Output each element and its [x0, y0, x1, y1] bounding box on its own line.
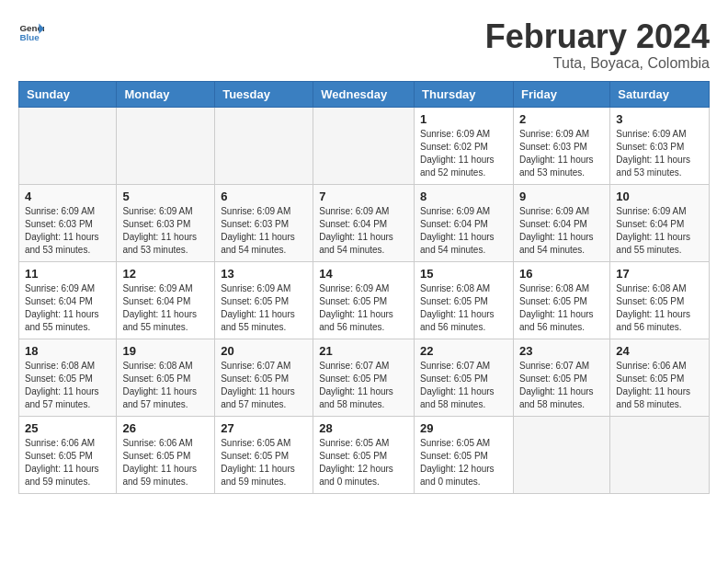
calendar-day-cell — [117, 107, 215, 184]
day-number: 22 — [420, 344, 507, 358]
day-number: 29 — [420, 421, 507, 435]
calendar-week-row: 1Sunrise: 6:09 AM Sunset: 6:02 PM Daylig… — [19, 107, 710, 184]
day-info: Sunrise: 6:09 AM Sunset: 6:03 PM Dayligh… — [25, 205, 110, 257]
logo-icon: General Blue — [18, 18, 44, 44]
day-info: Sunrise: 6:08 AM Sunset: 6:05 PM Dayligh… — [519, 282, 604, 334]
day-number: 27 — [221, 421, 307, 435]
calendar-day-cell: 18Sunrise: 6:08 AM Sunset: 6:05 PM Dayli… — [19, 339, 117, 416]
weekday-header: Friday — [513, 81, 609, 107]
calendar-day-cell — [513, 416, 609, 493]
day-number: 18 — [25, 344, 110, 358]
calendar-day-cell: 28Sunrise: 6:05 AM Sunset: 6:05 PM Dayli… — [313, 416, 415, 493]
day-info: Sunrise: 6:05 AM Sunset: 6:05 PM Dayligh… — [319, 437, 408, 488]
day-number: 4 — [25, 190, 110, 203]
calendar-day-cell: 12Sunrise: 6:09 AM Sunset: 6:04 PM Dayli… — [117, 261, 215, 339]
calendar-day-cell: 5Sunrise: 6:09 AM Sunset: 6:03 PM Daylig… — [117, 184, 215, 261]
day-number: 25 — [25, 421, 110, 435]
calendar-day-cell: 22Sunrise: 6:07 AM Sunset: 6:05 PM Dayli… — [415, 339, 514, 416]
calendar-day-cell: 6Sunrise: 6:09 AM Sunset: 6:03 PM Daylig… — [215, 184, 313, 261]
day-number: 6 — [221, 190, 307, 203]
calendar-day-cell: 10Sunrise: 6:09 AM Sunset: 6:04 PM Dayli… — [610, 184, 710, 261]
calendar-week-row: 25Sunrise: 6:06 AM Sunset: 6:05 PM Dayli… — [19, 416, 710, 493]
calendar-day-cell: 3Sunrise: 6:09 AM Sunset: 6:03 PM Daylig… — [610, 107, 710, 184]
calendar-day-cell: 19Sunrise: 6:08 AM Sunset: 6:05 PM Dayli… — [117, 339, 215, 416]
day-number: 12 — [122, 267, 209, 281]
day-info: Sunrise: 6:09 AM Sunset: 6:04 PM Dayligh… — [25, 282, 110, 334]
day-info: Sunrise: 6:07 AM Sunset: 6:05 PM Dayligh… — [319, 360, 408, 411]
page-header: General Blue February 2024 Tuta, Boyaca,… — [18, 18, 710, 72]
day-number: 16 — [519, 267, 604, 281]
calendar-day-cell: 27Sunrise: 6:05 AM Sunset: 6:05 PM Dayli… — [215, 416, 313, 493]
calendar-day-cell: 13Sunrise: 6:09 AM Sunset: 6:05 PM Dayli… — [215, 261, 313, 339]
day-info: Sunrise: 6:09 AM Sunset: 6:03 PM Dayligh… — [616, 128, 703, 179]
day-number: 5 — [122, 190, 209, 203]
weekday-header: Tuesday — [215, 81, 313, 107]
calendar-day-cell: 26Sunrise: 6:06 AM Sunset: 6:05 PM Dayli… — [117, 416, 215, 493]
title-area: February 2024 Tuta, Boyaca, Colombia — [485, 18, 710, 72]
day-number: 1 — [420, 112, 507, 126]
weekday-header: Monday — [117, 81, 215, 107]
weekday-header: Wednesday — [313, 81, 415, 107]
calendar-day-cell: 4Sunrise: 6:09 AM Sunset: 6:03 PM Daylig… — [19, 184, 117, 261]
calendar-day-cell: 17Sunrise: 6:08 AM Sunset: 6:05 PM Dayli… — [610, 261, 710, 339]
day-number: 11 — [25, 267, 110, 281]
day-info: Sunrise: 6:08 AM Sunset: 6:05 PM Dayligh… — [25, 360, 110, 411]
calendar-header-row: SundayMondayTuesdayWednesdayThursdayFrid… — [19, 81, 710, 107]
day-info: Sunrise: 6:09 AM Sunset: 6:04 PM Dayligh… — [519, 205, 604, 257]
day-number: 23 — [519, 344, 604, 358]
calendar-day-cell: 9Sunrise: 6:09 AM Sunset: 6:04 PM Daylig… — [513, 184, 609, 261]
day-number: 17 — [616, 267, 703, 281]
calendar-day-cell: 15Sunrise: 6:08 AM Sunset: 6:05 PM Dayli… — [415, 261, 514, 339]
location-title: Tuta, Boyaca, Colombia — [485, 55, 710, 72]
weekday-header: Sunday — [19, 81, 117, 107]
calendar-day-cell: 24Sunrise: 6:06 AM Sunset: 6:05 PM Dayli… — [610, 339, 710, 416]
calendar-day-cell: 7Sunrise: 6:09 AM Sunset: 6:04 PM Daylig… — [313, 184, 415, 261]
day-info: Sunrise: 6:07 AM Sunset: 6:05 PM Dayligh… — [519, 360, 604, 411]
day-number: 28 — [319, 421, 408, 435]
day-number: 19 — [122, 344, 209, 358]
day-number: 8 — [420, 190, 507, 203]
calendar-day-cell: 29Sunrise: 6:05 AM Sunset: 6:05 PM Dayli… — [415, 416, 514, 493]
day-number: 26 — [122, 421, 209, 435]
day-info: Sunrise: 6:09 AM Sunset: 6:04 PM Dayligh… — [420, 205, 507, 257]
day-info: Sunrise: 6:09 AM Sunset: 6:04 PM Dayligh… — [616, 205, 703, 257]
calendar-day-cell: 11Sunrise: 6:09 AM Sunset: 6:04 PM Dayli… — [19, 261, 117, 339]
day-info: Sunrise: 6:07 AM Sunset: 6:05 PM Dayligh… — [221, 360, 307, 411]
day-info: Sunrise: 6:09 AM Sunset: 6:03 PM Dayligh… — [221, 205, 307, 257]
calendar-day-cell — [215, 107, 313, 184]
calendar-day-cell: 1Sunrise: 6:09 AM Sunset: 6:02 PM Daylig… — [415, 107, 514, 184]
day-info: Sunrise: 6:06 AM Sunset: 6:05 PM Dayligh… — [616, 360, 703, 411]
day-info: Sunrise: 6:08 AM Sunset: 6:05 PM Dayligh… — [122, 360, 209, 411]
day-number: 10 — [616, 190, 703, 203]
month-title: February 2024 — [485, 18, 710, 55]
day-info: Sunrise: 6:08 AM Sunset: 6:05 PM Dayligh… — [420, 282, 507, 334]
calendar-day-cell — [313, 107, 415, 184]
calendar-day-cell: 8Sunrise: 6:09 AM Sunset: 6:04 PM Daylig… — [415, 184, 514, 261]
day-info: Sunrise: 6:06 AM Sunset: 6:05 PM Dayligh… — [122, 437, 209, 488]
calendar-table: SundayMondayTuesdayWednesdayThursdayFrid… — [18, 81, 710, 494]
weekday-header: Saturday — [610, 81, 710, 107]
day-number: 13 — [221, 267, 307, 281]
calendar-week-row: 11Sunrise: 6:09 AM Sunset: 6:04 PM Dayli… — [19, 261, 710, 339]
calendar-day-cell: 2Sunrise: 6:09 AM Sunset: 6:03 PM Daylig… — [513, 107, 609, 184]
day-number: 3 — [616, 112, 703, 126]
weekday-header: Thursday — [415, 81, 514, 107]
day-number: 20 — [221, 344, 307, 358]
svg-text:Blue: Blue — [19, 32, 40, 42]
day-number: 21 — [319, 344, 408, 358]
day-info: Sunrise: 6:07 AM Sunset: 6:05 PM Dayligh… — [420, 360, 507, 411]
calendar-day-cell: 16Sunrise: 6:08 AM Sunset: 6:05 PM Dayli… — [513, 261, 609, 339]
day-info: Sunrise: 6:08 AM Sunset: 6:05 PM Dayligh… — [616, 282, 703, 334]
day-number: 14 — [319, 267, 408, 281]
calendar-day-cell — [19, 107, 117, 184]
calendar-day-cell: 23Sunrise: 6:07 AM Sunset: 6:05 PM Dayli… — [513, 339, 609, 416]
day-number: 2 — [519, 112, 604, 126]
calendar-week-row: 18Sunrise: 6:08 AM Sunset: 6:05 PM Dayli… — [19, 339, 710, 416]
day-info: Sunrise: 6:05 AM Sunset: 6:05 PM Dayligh… — [221, 437, 307, 488]
day-number: 15 — [420, 267, 507, 281]
day-info: Sunrise: 6:09 AM Sunset: 6:04 PM Dayligh… — [319, 205, 408, 257]
calendar-day-cell: 25Sunrise: 6:06 AM Sunset: 6:05 PM Dayli… — [19, 416, 117, 493]
logo: General Blue — [18, 18, 44, 44]
calendar-day-cell: 14Sunrise: 6:09 AM Sunset: 6:05 PM Dayli… — [313, 261, 415, 339]
day-info: Sunrise: 6:09 AM Sunset: 6:05 PM Dayligh… — [319, 282, 408, 334]
